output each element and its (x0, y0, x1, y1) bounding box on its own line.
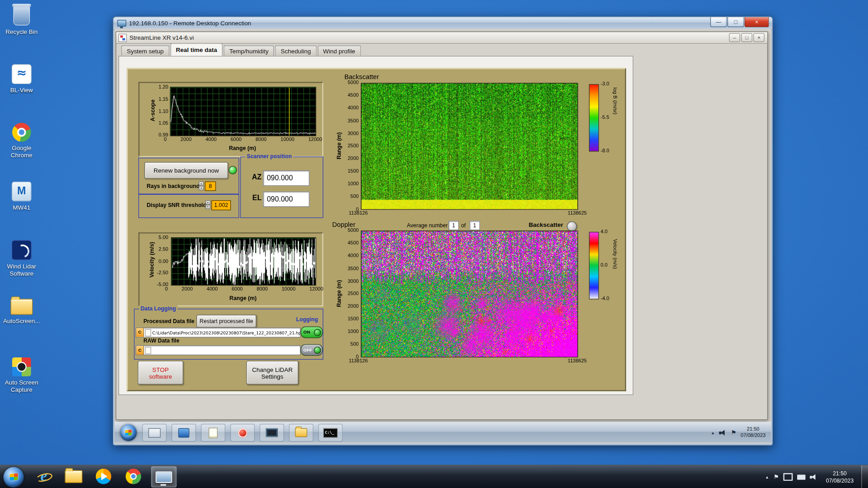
main-panel: A-scope 1.201.151.101.050.99 02000400060… (127, 68, 626, 391)
tick-label: 4000 (348, 253, 359, 258)
snr-spinner[interactable]: ▲▼ (205, 200, 210, 208)
velocity-chart-group: Velocity (m/s) 5.002.500.00-2.50-5.00 02… (138, 232, 323, 306)
app-window-button[interactable] (142, 424, 167, 441)
clock-date: 07/08/2023 (741, 433, 765, 439)
rays-value[interactable]: 8 (205, 182, 216, 191)
desktop-icon-label: Wind Lidar Software (1, 263, 42, 277)
tick-label: 0 (164, 136, 166, 142)
close-button[interactable]: × (745, 17, 769, 27)
velocity-x-ticks: 020004000600080001000012000 (165, 286, 323, 291)
command-prompt-button[interactable] (318, 424, 343, 441)
desktop-icon-auto-screen-capture[interactable]: Auto Screen Capture (1, 355, 42, 413)
close-button[interactable]: × (754, 33, 764, 42)
minimize-button[interactable]: – (729, 33, 740, 42)
app-titlebar[interactable]: StreamLine XR v14-6.vi – □ × (116, 32, 767, 44)
wind-lidar-icon (12, 240, 32, 260)
tick-label: 0.00 (159, 258, 168, 263)
tick-label: 2000 (182, 286, 193, 291)
desktop-icon-mw41[interactable]: MW41 (12, 179, 32, 237)
internet-explorer-icon (35, 468, 52, 485)
tick-label: 5000 (348, 227, 359, 233)
tick-label: 2500 (348, 291, 359, 296)
tab-scheduling[interactable]: Scheduling (275, 45, 316, 56)
el-input[interactable]: 090.000 (263, 192, 310, 207)
recycle-bin-icon (13, 5, 30, 25)
raw-path-input[interactable]: C (136, 345, 301, 355)
show-desktop-button[interactable] (861, 465, 868, 488)
system-tray (765, 473, 817, 481)
tab-temp-humidity[interactable]: Temp/humidity (224, 45, 274, 56)
ascope-x-ticks: 020004000600080001000012000 (164, 136, 322, 142)
scanner-position-group: Scanner position AZ 090.000 EL 090.000 (240, 157, 323, 218)
tab-wind-profile[interactable]: Wind profile (317, 45, 361, 56)
rdp-titlebar[interactable]: 192.168.0.150 - Remote Desktop Connectio… (113, 17, 773, 30)
power-app-button[interactable] (230, 424, 255, 441)
media-player-button[interactable] (91, 466, 116, 486)
document-app-button[interactable] (201, 424, 225, 441)
folder-button[interactable] (289, 424, 313, 441)
minimize-button[interactable]: — (710, 17, 727, 27)
front-panel: A-scope 1.201.151.101.050.99 02000400060… (118, 56, 633, 395)
rdp-window-title: 192.168.0.150 - Remote Desktop Connectio… (129, 20, 251, 27)
rdp-window: 192.168.0.150 - Remote Desktop Connectio… (113, 17, 773, 446)
backscatter-heatmap (361, 83, 578, 210)
remote-desktop-button[interactable] (151, 466, 176, 488)
tab-system-setup[interactable]: System setup (121, 45, 169, 56)
change-lidar-settings-button[interactable]: Change LiDAR Settings (246, 361, 298, 385)
az-input[interactable]: 090.000 (263, 170, 310, 186)
chevron-up-icon[interactable] (765, 475, 769, 479)
maximize-button[interactable]: □ (727, 17, 744, 27)
file-icon (145, 347, 151, 354)
renew-background-button[interactable]: Renew background now (145, 162, 228, 179)
flag-icon[interactable] (774, 474, 779, 481)
desktop-icon-recycle-bin[interactable]: Recycle Bin (5, 3, 38, 61)
volume-icon[interactable] (719, 429, 726, 436)
processed-path-input[interactable]: C C:\Lidar\Data\Proc\2023\202308\2023080… (136, 328, 301, 338)
backscatter-colorbar-label: log B (/m/sr) (612, 87, 618, 114)
remote-clock[interactable]: 21:50 07/08/2023 (741, 426, 765, 439)
desktop-icon-autoscreen-folder[interactable]: AutoScreen... (3, 296, 40, 354)
desktop-icon-google-chrome[interactable]: Google Chrome (1, 121, 42, 178)
display-icon[interactable] (783, 473, 793, 481)
start-button[interactable] (120, 424, 137, 441)
tick-label: 8000 (255, 136, 267, 142)
screen-capture-app-button[interactable] (259, 424, 284, 441)
rays-spinner[interactable]: ▲▼ (199, 182, 204, 190)
flag-icon[interactable] (731, 429, 736, 436)
desktop-icon-wind-lidar[interactable]: Wind Lidar Software (1, 238, 42, 296)
start-button[interactable] (3, 467, 24, 487)
chrome-button[interactable] (121, 466, 146, 486)
tick-label: -4.0 (601, 296, 618, 301)
windows-explorer-button[interactable] (61, 466, 86, 486)
tick-label: 6000 (231, 136, 242, 142)
volume-icon[interactable] (810, 474, 817, 480)
chevron-up-icon[interactable] (711, 431, 714, 435)
renew-background-label: Renew background now (154, 167, 219, 174)
restore-button[interactable]: □ (741, 33, 752, 42)
tick-label: 1138625 (568, 210, 587, 216)
backscatter-colorbar (589, 84, 599, 151)
raw-logging-toggle[interactable]: OFF (301, 344, 323, 356)
rdp-caption-buttons: — □ × (710, 17, 769, 27)
scanner-position-title: Scanner position (245, 153, 293, 159)
tick-label: 4.0 (601, 229, 618, 234)
snr-value[interactable]: 1.002 (212, 200, 231, 210)
processed-logging-toggle[interactable]: ON (301, 326, 323, 338)
average-count-value[interactable]: 1 (469, 221, 480, 230)
network-app-button[interactable] (172, 424, 196, 441)
desktop-icon-bl-view[interactable]: BL-View (10, 62, 33, 119)
backscatter-display-toggle[interactable] (567, 221, 577, 231)
change-settings-line1: Change LiDAR (252, 366, 293, 373)
tab-real-time-data[interactable]: Real time data (170, 43, 223, 56)
average-number-input[interactable]: 1 (448, 221, 459, 230)
restart-processed-file-label: Restart processed file (200, 318, 253, 324)
taskbar-clock[interactable]: 21:50 07/08/2023 (821, 470, 858, 484)
internet-explorer-button[interactable] (32, 466, 56, 486)
clock-time: 21:50 (821, 470, 858, 477)
keyboard-icon[interactable] (797, 474, 805, 479)
stop-software-button[interactable]: STOP software (138, 361, 183, 385)
tick-label: 6000 (231, 286, 243, 291)
ascope-x-axis-label: Range (m) (170, 145, 315, 151)
media-player-icon (96, 469, 111, 484)
restart-processed-file-button[interactable]: Restart processed file (197, 315, 256, 328)
